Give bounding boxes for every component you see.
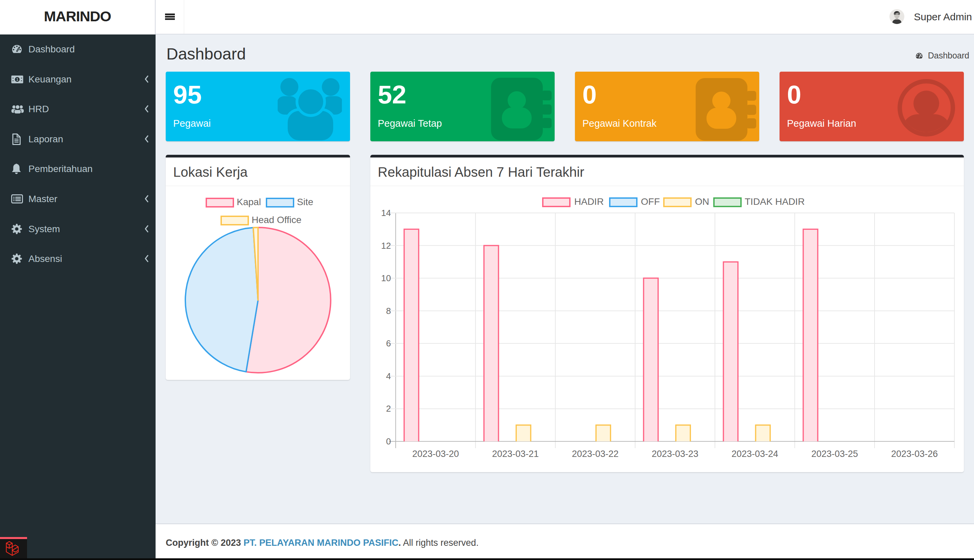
svg-text:2023-03-24: 2023-03-24 (732, 449, 778, 459)
svg-text:14: 14 (381, 208, 391, 218)
svg-text:8: 8 (386, 306, 391, 316)
svg-text:2023-03-23: 2023-03-23 (652, 449, 698, 459)
svg-text:2023-03-25: 2023-03-25 (811, 449, 858, 459)
svg-text:2023-03-21: 2023-03-21 (492, 449, 539, 459)
svg-text:6: 6 (386, 338, 391, 348)
svg-text:2023-03-20: 2023-03-20 (412, 449, 459, 459)
svg-text:10: 10 (381, 273, 391, 283)
svg-text:2023-03-26: 2023-03-26 (891, 449, 938, 459)
svg-text:1: 1 (16, 77, 18, 82)
svg-text:2: 2 (386, 403, 391, 414)
svg-text:0: 0 (386, 436, 391, 447)
svg-text:12: 12 (381, 241, 391, 251)
svg-text:2023-03-22: 2023-03-22 (572, 449, 618, 459)
svg-text:4: 4 (386, 371, 391, 381)
